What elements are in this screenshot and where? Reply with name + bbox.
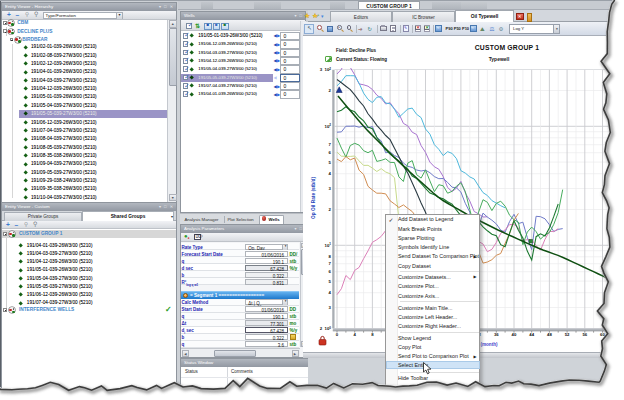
svg-text:4: 4 xyxy=(329,290,332,295)
svg-text:102: 102 xyxy=(325,123,332,128)
svg-text:Op Oil Rate (stb/d): Op Oil Rate (stb/d) xyxy=(311,177,316,220)
svg-text:3: 3 xyxy=(329,305,332,310)
svg-text:60: 60 xyxy=(600,332,605,337)
svg-text:52: 52 xyxy=(565,332,570,337)
svg-text:6: 6 xyxy=(329,269,332,274)
svg-text:2: 2 xyxy=(329,207,332,212)
svg-text:8: 8 xyxy=(329,254,332,259)
svg-text:101: 101 xyxy=(325,242,332,248)
svg-text:4: 4 xyxy=(354,332,357,337)
svg-text:40: 40 xyxy=(512,332,517,337)
svg-text:5: 5 xyxy=(329,160,332,165)
svg-text:2: 2 xyxy=(329,88,332,93)
svg-text:3: 3 xyxy=(329,186,332,191)
svg-text:44: 44 xyxy=(529,332,534,337)
svg-text:7: 7 xyxy=(329,261,332,266)
svg-text:0: 0 xyxy=(336,332,339,337)
svg-text:2 100: 2 100 xyxy=(320,326,332,332)
svg-text:48: 48 xyxy=(547,332,552,337)
svg-text:7: 7 xyxy=(329,142,332,147)
svg-text:5: 5 xyxy=(329,279,332,284)
svg-text:3 102: 3 102 xyxy=(320,67,332,73)
svg-text:4: 4 xyxy=(329,171,332,176)
svg-text:36: 36 xyxy=(494,332,499,337)
svg-text:56: 56 xyxy=(582,332,587,337)
svg-text:8: 8 xyxy=(371,332,374,337)
svg-text:6: 6 xyxy=(329,150,332,155)
